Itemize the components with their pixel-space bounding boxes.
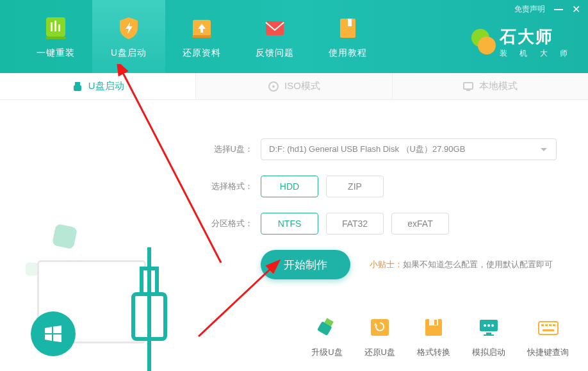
iso-icon [268,81,279,92]
nav-label: 还原资料 [183,47,221,59]
start-button[interactable]: 开始制作 [261,250,350,279]
book-icon [334,14,361,41]
disk-icon [422,316,445,339]
windows-icon [31,311,76,356]
svg-rect-1 [51,22,53,31]
mode-tab-local[interactable]: 本地模式 [393,73,588,99]
svg-rect-35 [543,329,554,331]
svg-point-27 [484,324,486,327]
disk-label: 选择U盘： [205,144,253,155]
usb-upgrade-icon [315,316,338,339]
upload-box-icon [188,14,215,41]
tip-text: 小贴士：如果不知道怎么配置，使用默认配置即可 [370,259,553,270]
nav-label: 一键重装 [37,47,75,59]
brand-tagline: 装 机 大 师 [500,48,573,59]
tool-upgrade-usb[interactable]: 升级U盘 [311,316,342,358]
svg-rect-31 [541,324,544,326]
window-controls: 免责声明 ✕ [514,4,580,15]
keyboard-icon [537,316,560,339]
svg-rect-32 [545,324,548,326]
tool-restore-usb[interactable]: 还原U盘 [364,316,395,358]
usb-icon [72,81,83,92]
svg-point-29 [491,324,494,327]
svg-rect-9 [348,19,352,26]
tool-label: 模拟启动 [472,347,505,358]
config-form: 选择U盘： D:F: (hd1) General USB Flash Disk … [199,100,588,343]
main-area: 选择U盘： D:F: (hd1) General USB Flash Disk … [0,100,588,343]
tool-label: 升级U盘 [311,347,342,358]
svg-rect-33 [549,324,551,326]
svg-rect-13 [74,85,81,91]
illustration [0,100,199,343]
tool-hotkey-query[interactable]: 快捷键查询 [527,316,569,358]
mode-tab-iso[interactable]: ISO模式 [196,73,392,99]
svg-rect-12 [75,82,80,85]
nav-reinstall[interactable]: 一键重装 [19,0,92,73]
restore-icon [368,316,391,339]
mode-label: ISO模式 [284,80,320,92]
svg-rect-23 [434,320,437,325]
mail-icon [261,14,288,41]
tool-label: 还原U盘 [364,347,395,358]
bar-chart-icon [42,14,69,41]
tool-format-convert[interactable]: 格式转换 [417,316,450,358]
brand-name: 石大师 [500,26,573,48]
tool-label: 快捷键查询 [527,347,569,358]
disk-value: D:F: (hd1) General USB Flash Disk （U盘）27… [269,144,465,155]
partition-opt-fat32[interactable]: FAT32 [326,213,384,235]
svg-rect-26 [484,334,494,336]
svg-rect-7 [266,21,284,35]
nav-label: 使用教程 [329,47,367,59]
svg-rect-6 [192,35,211,38]
svg-rect-16 [464,83,473,89]
svg-point-15 [272,85,275,88]
svg-rect-25 [486,333,491,334]
svg-rect-4 [45,37,66,39]
svg-rect-17 [466,90,470,91]
svg-point-28 [487,324,490,327]
mode-label: 本地模式 [479,80,518,92]
disclaimer-link[interactable]: 免责声明 [514,4,545,15]
svg-rect-30 [539,322,558,334]
close-button[interactable]: ✕ [572,4,580,15]
nav-feedback[interactable]: 反馈问题 [238,0,311,73]
footer-tools: 升级U盘 还原U盘 格式转换 模拟启动 快捷键查询 [311,316,569,358]
svg-rect-34 [553,324,555,326]
format-opt-zip[interactable]: ZIP [326,176,384,197]
partition-opt-ntfs[interactable]: NTFS [261,213,318,235]
mode-tab-usb[interactable]: U盘启动 [0,73,196,99]
tip-prefix: 小贴士： [370,260,403,269]
disk-select[interactable]: D:F: (hd1) General USB Flash Disk （U盘）27… [261,138,557,160]
decor-badge-icon [52,224,78,249]
usb-cable-icon [147,247,151,371]
nav-label: 反馈问题 [256,47,294,59]
main-nav: 一键重装 U盘启动 还原资料 反馈问题 使用教程 [19,0,384,73]
svg-rect-20 [371,319,389,336]
tool-label: 格式转换 [417,347,450,358]
partition-label: 分区格式： [205,218,253,229]
app-header: 一键重装 U盘启动 还原资料 反馈问题 使用教程 免责声 [0,0,588,73]
tool-simulate-boot[interactable]: 模拟启动 [472,316,505,358]
nav-label: U盘启动 [111,47,147,59]
brand-block: 石大师 装 机 大 师 [468,26,573,59]
nav-tutorial[interactable]: 使用教程 [311,0,384,73]
monitor-icon [462,81,474,92]
mode-tabs: U盘启动 ISO模式 本地模式 [0,73,588,100]
svg-point-11 [478,37,496,54]
mode-label: U盘启动 [88,80,124,92]
monitor-icon [477,316,500,339]
decor-badge-icon [26,263,38,276]
format-label: 选择格式： [205,181,253,192]
format-opt-hdd[interactable]: HDD [261,176,318,197]
brand-logo-icon [468,26,500,58]
tip-body: 如果不知道怎么配置，使用默认配置即可 [403,260,553,269]
partition-opt-exfat[interactable]: exFAT [391,213,449,235]
minimize-button[interactable] [554,9,563,10]
nav-usb-boot[interactable]: U盘启动 [92,0,165,73]
svg-rect-3 [58,24,60,31]
svg-rect-2 [54,21,56,31]
nav-restore[interactable]: 还原资料 [165,0,238,73]
shield-bolt-icon [115,14,142,41]
